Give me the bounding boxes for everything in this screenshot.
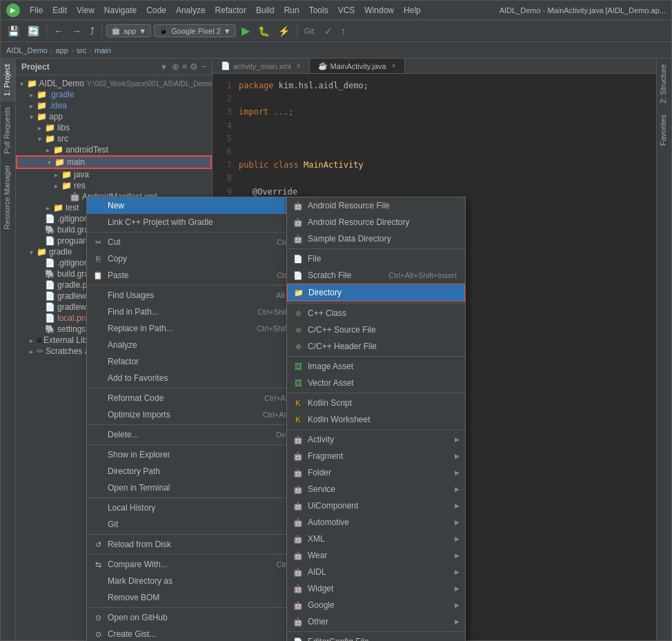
submenu-sample-data-dir[interactable]: 🤖 Sample Data Directory [287, 230, 465, 247]
breadcrumb-project[interactable]: AIDL_Demo [6, 46, 48, 55]
toolbar-sync[interactable]: 🔄 [25, 24, 42, 38]
submenu-cpp-header[interactable]: ⊕ C/C++ Header File [287, 338, 465, 355]
menu-code[interactable]: Code [142, 4, 170, 17]
tree-item-androidtest[interactable]: ▸ 📁 androidTest [16, 144, 212, 155]
ctx-remove-bom[interactable]: Remove BOM [87, 589, 306, 606]
breadcrumb-main[interactable]: main [95, 46, 111, 55]
tree-item-libs[interactable]: ▸ 📁 libs [16, 122, 212, 133]
submenu-other[interactable]: 🤖 Other [287, 613, 465, 630]
menu-navigate[interactable]: Navigate [100, 4, 141, 17]
run-button[interactable]: ▶ [239, 23, 253, 39]
debug-button[interactable]: 🐛 [255, 24, 273, 38]
ctx-new[interactable]: New ▶ [87, 197, 306, 214]
side-tab-structure[interactable]: 2: Structure [657, 59, 671, 109]
ctx-paste[interactable]: 📋 Paste Ctrl+V [87, 267, 306, 284]
menu-edit[interactable]: Edit [48, 4, 71, 17]
tree-item-src[interactable]: ▾ 📁 src [16, 133, 212, 144]
toolbar-checkmark[interactable]: ✓ [322, 24, 335, 38]
submenu-automotive[interactable]: 🤖 Automotive [287, 514, 465, 531]
submenu-file[interactable]: 📄 File [287, 250, 465, 267]
menu-run[interactable]: Run [280, 4, 304, 17]
ctx-open-github[interactable]: ⊙ Open on GitHub [87, 609, 306, 626]
toolbar-push[interactable]: ↑ [338, 24, 348, 38]
submenu-fragment[interactable]: 🤖 Fragment [287, 448, 465, 464]
submenu-wear[interactable]: 🤖 Wear [287, 547, 465, 564]
toolbar-recent[interactable]: ⤴ [87, 24, 97, 38]
submenu-kotlin-script[interactable]: K Kotlin Script [287, 395, 465, 411]
xml-tab-close[interactable]: × [297, 62, 301, 70]
submenu-service[interactable]: 🤖 Service [287, 481, 465, 497]
ctx-refactor[interactable]: Refactor [87, 353, 306, 370]
submenu-kotlin-worksheet[interactable]: K Kotlin Worksheet [287, 411, 465, 428]
tab-activity-main-xml[interactable]: 📄 activity_main.xml × [213, 59, 310, 73]
submenu-cpp-class[interactable]: ⊕ C++ Class [287, 305, 465, 322]
ctx-directory-path[interactable]: Directory Path [87, 463, 306, 480]
tree-item-gradle-hidden[interactable]: ▸ 📁 .gradle [16, 89, 212, 100]
ctx-link-cpp[interactable]: Link C++ Project with Gradle [87, 214, 306, 230]
submenu-directory[interactable]: 📁 Directory [287, 284, 465, 302]
submenu-folder[interactable]: 🤖 Folder [287, 464, 465, 481]
toolbar-forward[interactable]: → [69, 24, 84, 38]
ctx-add-to-favorites[interactable]: Add to Favorites [87, 370, 306, 386]
ctx-local-history[interactable]: Local History [87, 500, 306, 516]
side-tab-favorites[interactable]: Favorites [657, 109, 671, 151]
menu-analyze[interactable]: Analyze [172, 4, 210, 17]
menu-file[interactable]: File [26, 4, 47, 17]
toolbar-git[interactable]: Git: [302, 26, 319, 37]
menu-help[interactable]: Help [399, 4, 425, 17]
submenu-editorconfig[interactable]: 📄 EditorConfig File [287, 633, 465, 641]
ctx-analyze[interactable]: Analyze [87, 337, 306, 353]
tree-item-main[interactable]: ▾ 📁 main [16, 155, 212, 169]
menu-vcs[interactable]: VCS [334, 4, 359, 17]
submenu-cpp-source[interactable]: ⊕ C/C++ Source File [287, 322, 465, 338]
breadcrumb-app[interactable]: app [56, 46, 68, 55]
ctx-find-usages[interactable]: Find Usages Alt+F7 [87, 287, 306, 304]
profile-button[interactable]: ⚡ [275, 24, 293, 38]
submenu-image-asset[interactable]: 🖼 Image Asset [287, 358, 465, 375]
ctx-mark-dir[interactable]: Mark Directory as [87, 573, 306, 589]
tree-item-app[interactable]: ▾ 📁 app [16, 111, 212, 122]
submenu-aidl[interactable]: 🤖 AIDL [287, 564, 465, 580]
menu-refactor[interactable]: Refactor [211, 4, 250, 17]
menu-view[interactable]: View [72, 4, 99, 17]
submenu-google[interactable]: 🤖 Google [287, 597, 465, 613]
panel-icon-filter[interactable]: ≡ [182, 61, 188, 72]
panel-icon-minimize[interactable]: − [201, 61, 206, 72]
submenu-xml[interactable]: 🤖 XML [287, 531, 465, 547]
breadcrumb-src[interactable]: src [77, 46, 87, 55]
ctx-git[interactable]: Git [87, 516, 306, 533]
ctx-delete[interactable]: Delete... Delete [87, 426, 306, 443]
tree-item-idea[interactable]: ▸ 📁 .idea [16, 100, 212, 111]
ctx-find-in-path[interactable]: Find in Path... Ctrl+Shift+F [87, 304, 306, 320]
ctx-replace-in-path[interactable]: Replace in Path... Ctrl+Shift+R [87, 320, 306, 337]
ctx-open-terminal[interactable]: Open in Terminal [87, 480, 306, 496]
toolbar-back[interactable]: ← [51, 24, 66, 38]
app-selector[interactable]: 🤖 app ▼ [106, 24, 151, 37]
side-tab-project[interactable]: 1: Project [1, 59, 15, 101]
submenu-uicomponent[interactable]: 🤖 UiComponent [287, 497, 465, 514]
submenu-android-resource-file[interactable]: 🤖 Android Resource File [287, 197, 465, 214]
ctx-show-in-explorer[interactable]: Show in Explorer [87, 446, 306, 463]
device-selector[interactable]: 📱 Google Pixel 2 ▼ [154, 24, 235, 37]
menu-tools[interactable]: Tools [305, 4, 333, 17]
tree-item-java[interactable]: ▸ 📁 java [16, 169, 212, 180]
tab-mainactivity-java[interactable]: ☕ MainActivity.java × [310, 59, 405, 73]
ctx-reload[interactable]: ↺ Reload from Disk [87, 536, 306, 553]
submenu-android-resource-dir[interactable]: 🤖 Android Resource Directory [287, 214, 465, 230]
tree-item-res[interactable]: ▸ 📁 res [16, 180, 212, 191]
menu-build[interactable]: Build [252, 4, 279, 17]
side-tab-resource-manager[interactable]: Resource Manager [1, 159, 15, 235]
ctx-copy[interactable]: ⎘ Copy [87, 250, 306, 267]
ctx-cut[interactable]: ✂ Cut Ctrl+X [87, 234, 306, 250]
side-tab-pull-requests[interactable]: Pull Requests [1, 101, 15, 159]
tree-item-root[interactable]: ▾ 📁 AIDL_Demo Y:\002_WorkSpace\001_AS\AI… [16, 78, 212, 89]
toolbar-save[interactable]: 💾 [5, 24, 22, 38]
submenu-activity[interactable]: 🤖 Activity [287, 431, 465, 448]
panel-icon-settings[interactable]: ⊕ [172, 61, 179, 72]
ctx-compare[interactable]: ⇆ Compare With... Ctrl+D [87, 556, 306, 573]
submenu-scratch-file[interactable]: 📄 Scratch File Ctrl+Alt+Shift+Insert [287, 267, 465, 284]
panel-dropdown-label[interactable]: ▼ [160, 63, 168, 71]
ctx-optimize-imports[interactable]: Optimize Imports Ctrl+Alt+O [87, 406, 306, 423]
menu-window[interactable]: Window [360, 4, 398, 17]
java-tab-close[interactable]: × [392, 62, 396, 70]
